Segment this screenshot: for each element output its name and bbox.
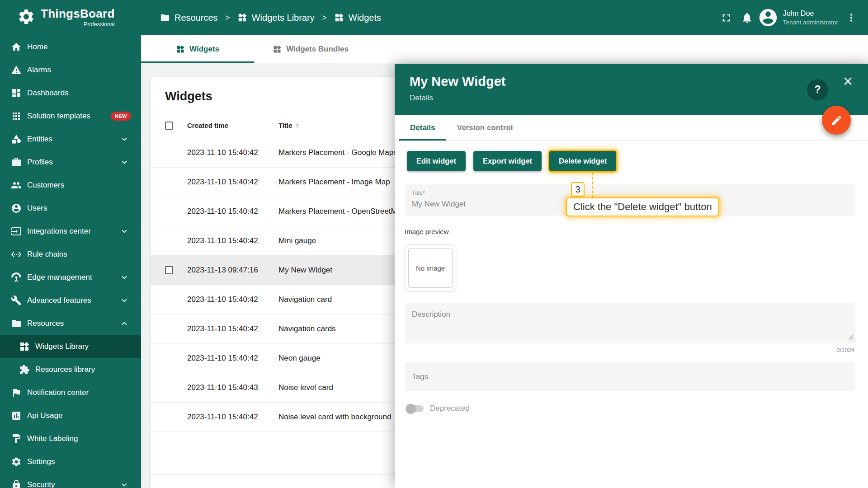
deprecated-label: Deprecated bbox=[430, 404, 470, 413]
breadcrumb-item-widgets-library[interactable]: Widgets Library bbox=[237, 13, 315, 23]
fullscreen-button[interactable] bbox=[716, 7, 737, 28]
notification-icon bbox=[11, 387, 22, 398]
breadcrumb-label: Resources bbox=[175, 13, 218, 23]
help-icon: ? bbox=[814, 84, 821, 96]
sidebar-nav: HomeAlarmsDashboardsSolution templatesNE… bbox=[0, 35, 141, 488]
user-avatar[interactable] bbox=[758, 7, 778, 28]
gear-icon bbox=[17, 8, 35, 26]
edit-fab-button[interactable] bbox=[822, 106, 851, 135]
tab-widgets[interactable]: Widgets bbox=[141, 35, 254, 63]
tutorial-tooltip: Click the "Delete widget" button bbox=[566, 197, 719, 216]
sidebar-item-security[interactable]: Security bbox=[0, 473, 141, 488]
sidebar-item-white-labeling[interactable]: White Labeling bbox=[0, 427, 141, 450]
sidebar-item-profiles[interactable]: Profiles bbox=[0, 150, 141, 174]
sidebar-item-entities[interactable]: Entities bbox=[0, 127, 141, 150]
tab-label: Widgets Bundles bbox=[286, 45, 349, 54]
sidebar-item-notification-center[interactable]: Notification center bbox=[0, 381, 141, 404]
row-checkbox[interactable] bbox=[165, 266, 173, 274]
resources-library-icon bbox=[19, 364, 30, 375]
column-header-created-time[interactable]: Created time bbox=[187, 122, 278, 129]
edge-icon bbox=[11, 272, 22, 283]
resources-icon bbox=[11, 318, 22, 329]
fullscreen-icon bbox=[720, 12, 732, 24]
sidebar-item-customers[interactable]: Customers bbox=[0, 174, 141, 197]
select-all-checkbox[interactable] bbox=[165, 122, 173, 130]
sidebar-item-resources[interactable]: Resources bbox=[0, 312, 141, 335]
sidebar-item-rule-chains[interactable]: Rule chains bbox=[0, 243, 141, 266]
app-header: ThingsBoard Professional Resources>Widge… bbox=[0, 0, 868, 35]
row-created-time: 2023-11-10 15:40:42 bbox=[187, 148, 278, 157]
image-preview-label: Image preview bbox=[405, 228, 868, 235]
widgets-icon bbox=[176, 45, 185, 54]
chevron-down-icon bbox=[119, 272, 129, 282]
edit-widget-button[interactable]: Edit widget bbox=[407, 151, 466, 171]
row-created-time: 2023-11-10 15:40:42 bbox=[187, 354, 278, 363]
row-created-time: 2023-11-10 15:40:42 bbox=[187, 324, 278, 333]
panel-tab-version-control[interactable]: Version control bbox=[446, 115, 524, 141]
sidebar-item-dashboards[interactable]: Dashboards bbox=[0, 81, 141, 104]
breadcrumb-item-widgets[interactable]: Widgets bbox=[334, 13, 381, 23]
row-checkbox-cell bbox=[165, 266, 187, 274]
user-info: John Doe Tenant administrator bbox=[783, 9, 838, 26]
widgets-icon bbox=[19, 341, 30, 352]
pencil-icon bbox=[830, 114, 843, 127]
alarms-icon bbox=[11, 65, 22, 75]
app-logo[interactable]: ThingsBoard Professional bbox=[0, 8, 141, 28]
sidebar-item-label: Security bbox=[27, 480, 119, 488]
logo-title: ThingsBoard bbox=[41, 8, 115, 20]
sidebar-item-label: Entities bbox=[27, 135, 119, 144]
breadcrumb-item-resources[interactable]: Resources bbox=[160, 13, 218, 23]
resize-handle-icon bbox=[849, 333, 854, 342]
chevron-down-icon bbox=[119, 296, 129, 305]
sidebar-item-advanced-features[interactable]: Advanced features bbox=[0, 289, 141, 312]
advanced-icon bbox=[11, 295, 22, 306]
panel-title: My New Widget bbox=[410, 74, 868, 89]
chevron-down-icon bbox=[119, 134, 129, 144]
chevron-down-icon bbox=[119, 157, 129, 167]
description-counter: 0/1024 bbox=[395, 347, 854, 353]
sidebar-item-widgets-library[interactable]: Widgets Library bbox=[0, 335, 141, 358]
panel-tab-details[interactable]: Details bbox=[399, 115, 446, 141]
no-image-placeholder: No image bbox=[408, 248, 453, 288]
sidebar-item-label: Api Usage bbox=[27, 411, 135, 420]
sidebar-item-label: Customers bbox=[27, 181, 135, 190]
sidebar-item-home[interactable]: Home bbox=[0, 35, 141, 58]
delete-widget-button[interactable]: Delete widget bbox=[549, 151, 616, 171]
sidebar-item-integrations-center[interactable]: Integrations center bbox=[0, 220, 141, 243]
folder-icon bbox=[160, 13, 170, 23]
export-widget-button[interactable]: Export widget bbox=[473, 151, 542, 171]
more-menu-button[interactable] bbox=[841, 7, 862, 28]
sidebar-item-label: Notification center bbox=[27, 388, 135, 397]
close-button[interactable]: × bbox=[843, 73, 853, 89]
user-name: John Doe bbox=[783, 9, 838, 19]
dashboards-icon bbox=[11, 88, 22, 99]
tutorial-connector-line bbox=[592, 172, 593, 198]
sidebar-item-resources-library[interactable]: Resources library bbox=[0, 358, 141, 381]
sidebar-item-alarms[interactable]: Alarms bbox=[0, 58, 141, 81]
notifications-button[interactable] bbox=[737, 7, 758, 28]
tags-placeholder: Tags bbox=[412, 372, 428, 381]
breadcrumb: Resources>Widgets Library>Widgets bbox=[160, 13, 381, 23]
row-created-time: 2023-11-10 15:40:43 bbox=[187, 383, 278, 392]
deprecated-toggle bbox=[407, 405, 424, 412]
sidebar-item-label: Widgets Library bbox=[35, 342, 135, 351]
bell-icon bbox=[741, 12, 753, 24]
row-created-time: 2023-11-10 15:40:42 bbox=[187, 178, 278, 187]
api-usage-icon bbox=[11, 410, 22, 421]
logo-holder bbox=[17, 8, 35, 28]
sort-asc-icon: ↑ bbox=[296, 122, 299, 129]
chevron-up-icon bbox=[119, 319, 129, 328]
sidebar-item-settings[interactable]: Settings bbox=[0, 450, 141, 473]
tags-field: Tags bbox=[405, 362, 855, 391]
breadcrumb-label: Widgets bbox=[349, 13, 381, 23]
sidebar-item-label: Solution templates bbox=[27, 112, 111, 121]
sidebar-item-users[interactable]: Users bbox=[0, 197, 141, 220]
sidebar-item-solution-templates[interactable]: Solution templatesNEW bbox=[0, 104, 141, 127]
row-created-time: 2023-11-10 15:40:42 bbox=[187, 236, 278, 245]
breadcrumb-separator: > bbox=[322, 13, 327, 23]
home-icon bbox=[11, 42, 22, 52]
sidebar-item-api-usage[interactable]: Api Usage bbox=[0, 404, 141, 427]
help-button[interactable]: ? bbox=[807, 79, 828, 100]
sidebar-item-edge-management[interactable]: Edge management bbox=[0, 266, 141, 289]
tab-widgets-bundles[interactable]: Widgets Bundles bbox=[254, 35, 367, 63]
